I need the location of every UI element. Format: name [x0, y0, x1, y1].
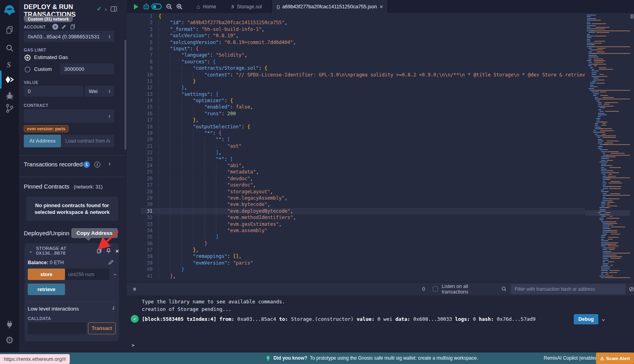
tab-storage-sol[interactable]: S Storage.sol: [226, 0, 266, 13]
estimated-gas-label: Estimated Gas: [34, 54, 68, 60]
code-editor[interactable]: 1{2 "id": "a69b43f277ba20fcac141151250ca…: [127, 13, 585, 282]
scam-alert-button[interactable]: ⚠ Scam Alert: [596, 353, 634, 364]
store-arg-input[interactable]: [65, 269, 109, 280]
settings-gear-icon[interactable]: ⚙: [0, 334, 19, 346]
solidity-compiler-icon[interactable]: S: [0, 59, 19, 71]
custom-gas-label: Custom: [34, 66, 52, 72]
divider: [19, 177, 124, 177]
listen-label: Listen on all transactions: [442, 284, 493, 295]
store-button[interactable]: store: [28, 269, 65, 280]
contract-label: CONTRACT: [24, 103, 48, 108]
terminal-body[interactable]: Type the library name to see available c…: [127, 295, 634, 353]
deploy-run-panel: DEPLOY & RUN TRANSACTIONS ✓ › Custom (31…: [19, 0, 124, 353]
remix-ide-window: S ⚙ DEPLOY & RUN TRANSACTIONS ✓ › Custom…: [0, 0, 634, 364]
close-tab-icon[interactable]: ×: [380, 4, 383, 10]
copy-account-icon[interactable]: [70, 24, 76, 30]
chevron-right-icon[interactable]: ›: [105, 6, 107, 12]
terminal-prompt: >: [132, 342, 135, 348]
tx-log-text: [block:5583405 txIndex:4] from: 0xa03...…: [142, 316, 570, 322]
expand-args-chevron-icon[interactable]: ⌄: [113, 270, 117, 276]
at-address-button[interactable]: At Address: [24, 135, 61, 147]
warning-icon: ⚠: [600, 356, 604, 361]
contract-select[interactable]: ▴▾: [24, 109, 114, 123]
balance-value: 0 ETH: [50, 260, 64, 265]
add-account-icon[interactable]: +: [52, 24, 58, 30]
zoom-out-icon[interactable]: [164, 2, 174, 12]
link-status-url: https://remix.ethereum.org/#: [0, 354, 70, 364]
json-file-icon: { }: [277, 4, 279, 9]
estimated-gas-radio[interactable]: [25, 55, 31, 61]
network-badge: Custom (31) network: [24, 16, 73, 22]
expand-transactions-icon[interactable]: ›: [109, 160, 111, 167]
account-label: ACCOUNT: [24, 25, 46, 29]
transactions-count-badge: 1: [83, 161, 90, 168]
transact-button[interactable]: Transact: [88, 322, 116, 334]
tab-home[interactable]: ⌂ Home: [192, 0, 221, 13]
edit-balance-icon[interactable]: [108, 259, 114, 265]
deployed-contract-card: ⌄ STORAGE AT 0X136...8B78 × Balance: 0 E…: [25, 243, 119, 341]
copilot-status[interactable]: RemixAI Copilot (enabled): [544, 355, 599, 361]
debug-button[interactable]: Debug: [574, 314, 598, 324]
remove-contract-icon[interactable]: ×: [115, 248, 119, 254]
pinned-contracts-title: Pinned Contracts: [24, 183, 69, 190]
pin-panel-icon[interactable]: [110, 6, 117, 12]
clear-console-icon[interactable]: ⊘: [629, 285, 634, 293]
main-area: ⌂ Home S Storage.sol { } a69b43f277ba20f…: [127, 0, 634, 353]
no-pinned-contracts-box: No pinned contracts found forselected wo…: [26, 196, 118, 221]
tx-success-icon: ✓: [131, 315, 139, 323]
deploy-run-icon[interactable]: [0, 74, 19, 86]
ai-robot-icon[interactable]: [141, 2, 151, 12]
collapse-chevron-icon[interactable]: ⌄: [29, 248, 33, 254]
did-you-know-label: Did you know?: [273, 355, 307, 361]
retrieve-button[interactable]: retrieve: [28, 284, 65, 295]
expand-tx-chevron-icon[interactable]: ⌄: [602, 314, 605, 322]
copy-address-icon[interactable]: [96, 248, 102, 254]
copy-address-tooltip: Copy Address: [71, 228, 118, 238]
lightbulb-icon: [265, 356, 271, 361]
activity-bar: S ⚙: [0, 0, 19, 364]
run-script-icon[interactable]: [131, 2, 141, 12]
info-icon[interactable]: i: [113, 305, 114, 311]
custom-gas-input[interactable]: [60, 63, 114, 74]
expand-terminal-icon[interactable]: «: [130, 287, 138, 291]
edit-account-icon[interactable]: [61, 24, 67, 30]
editor-topbar: ⌂ Home S Storage.sol { } a69b43f277ba20f…: [127, 0, 634, 13]
spinner-arrows-icon[interactable]: ▴▾: [109, 114, 110, 118]
load-address-input[interactable]: [61, 135, 114, 147]
editor-scrollbar[interactable]: [630, 13, 634, 282]
terminal-filter-input[interactable]: [511, 284, 626, 294]
plugin-manager-icon[interactable]: [0, 318, 19, 330]
terminal-header: « 0 Listen on all transactions ⊘: [127, 282, 634, 295]
balance-label: Balance:: [28, 260, 48, 265]
panel-scrollbar[interactable]: [124, 0, 127, 353]
file-explorer-icon[interactable]: [0, 24, 19, 36]
zoom-in-icon[interactable]: [174, 2, 185, 12]
panel-scrollbar-thumb[interactable]: [124, 40, 126, 150]
tab-build-info-json[interactable]: { } a69b43f277ba20fcac141151250ca755.jso…: [271, 0, 388, 13]
copilot-toggle-icon[interactable]: [151, 2, 162, 12]
custom-gas-radio[interactable]: [25, 67, 31, 72]
value-label: VALUE: [24, 80, 38, 85]
info-icon[interactable]: i: [94, 162, 100, 168]
spinner-arrows-icon[interactable]: ▴▾: [109, 89, 110, 93]
svg-text:S: S: [7, 61, 11, 69]
editor-scrollbar-thumb[interactable]: [630, 14, 634, 19]
pin-contract-icon[interactable]: [106, 248, 111, 254]
account-select[interactable]: 0xA03...85ac4 (0.39866531531 ▴▾: [24, 31, 114, 42]
spinner-arrows-icon[interactable]: ▴▾: [109, 34, 110, 38]
transactions-recorded-label: Transactions recorded: [24, 161, 83, 168]
value-unit-select[interactable]: Wei ▴▾: [85, 86, 114, 97]
source-control-icon[interactable]: [0, 102, 19, 114]
search-icon[interactable]: [0, 42, 19, 54]
status-bar: Did you know? To prototype using the Gno…: [0, 353, 634, 364]
low-level-title: Low level interactions: [28, 306, 79, 312]
divider: [19, 155, 124, 156]
debugger-icon[interactable]: [0, 90, 19, 101]
tip-text: To prototype using the Gnosis safe multi…: [310, 355, 478, 361]
calldata-input[interactable]: [28, 322, 86, 334]
minimap[interactable]: [585, 13, 630, 282]
remix-logo[interactable]: [0, 3, 19, 17]
solidity-file-icon: S: [231, 4, 234, 10]
value-input[interactable]: [24, 86, 83, 97]
listen-checkbox[interactable]: [433, 286, 437, 292]
